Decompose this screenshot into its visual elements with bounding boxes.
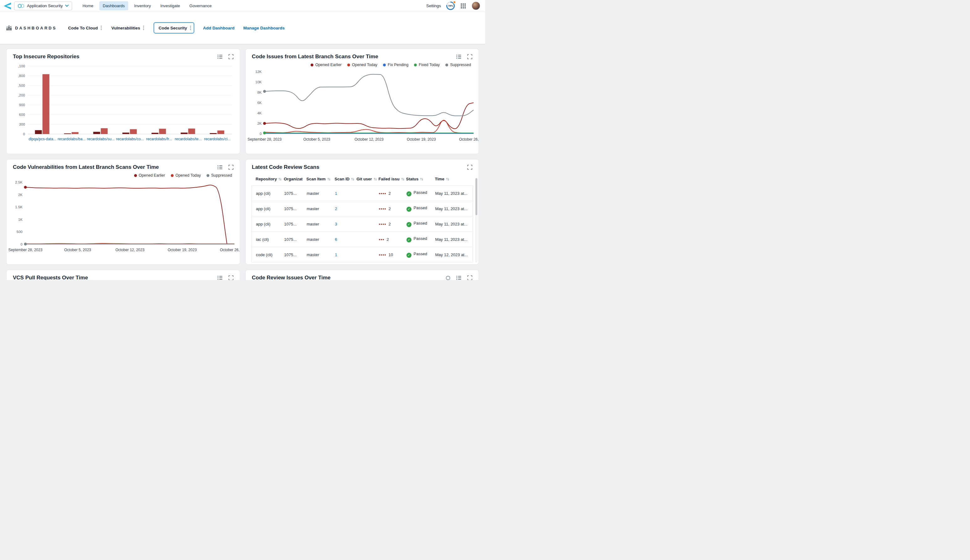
scan-id-link[interactable]: 1 <box>335 191 337 196</box>
legend-item[interactable]: Fixed Today <box>414 63 440 67</box>
expand-icon[interactable] <box>229 54 234 59</box>
expand-icon[interactable] <box>467 54 472 59</box>
bar-category-link[interactable]: recardolabs/ci... <box>204 137 231 141</box>
column-header-git-user[interactable]: Git user <box>357 177 379 181</box>
list-view-icon[interactable] <box>456 54 462 60</box>
expand-icon[interactable] <box>229 275 234 280</box>
bar-category-link[interactable]: recardolabs/su... <box>87 137 115 141</box>
bar-category-link[interactable]: recardolabs/co... <box>116 137 144 141</box>
app-selector-dropdown[interactable]: Application Security <box>14 2 72 10</box>
expand-icon[interactable] <box>467 165 472 170</box>
column-header-repository[interactable]: Repository <box>251 177 284 181</box>
bar[interactable] <box>43 74 50 134</box>
legend-item[interactable]: Opened Today <box>347 63 377 67</box>
series-start-dot <box>263 132 266 134</box>
severity-dot <box>384 193 386 194</box>
severity-dot <box>379 223 380 225</box>
apps-grid-icon[interactable] <box>460 3 466 9</box>
bar[interactable] <box>35 130 42 134</box>
nav-investigate[interactable]: Investigate <box>157 1 184 10</box>
bar[interactable] <box>189 128 195 134</box>
manage-dashboards-link[interactable]: Manage Dashboards <box>243 26 285 30</box>
cell-scan-item: master <box>307 207 335 211</box>
dashboards-icon <box>6 25 12 31</box>
tab-label: Code Security <box>159 26 187 30</box>
bar[interactable] <box>130 129 137 134</box>
usage-badge[interactable]: 78% <box>446 2 455 10</box>
list-view-icon[interactable] <box>456 275 462 280</box>
bar[interactable] <box>93 132 100 134</box>
column-header-scan-id[interactable]: Scan ID <box>335 177 357 181</box>
bar[interactable] <box>210 133 217 134</box>
sort-icon[interactable] <box>446 177 449 181</box>
nav-inventory[interactable]: Inventory <box>131 1 154 10</box>
y-tick-label: 10K <box>255 80 262 84</box>
expand-icon[interactable] <box>467 275 472 280</box>
bar[interactable] <box>64 133 71 134</box>
list-view-icon[interactable] <box>217 54 223 60</box>
legend-item[interactable]: Opened Earlier <box>311 63 342 67</box>
column-header-failed-issues[interactable]: Failed issu <box>379 177 406 181</box>
app-security-icon <box>18 3 25 8</box>
severity-dot <box>383 254 384 255</box>
expand-icon[interactable] <box>229 165 234 170</box>
bar-category-link[interactable]: dlpqa/pcs-data... <box>28 137 57 141</box>
list-view-icon[interactable] <box>217 165 223 170</box>
x-tick-label: October 12, 2023 <box>354 137 384 142</box>
scan-id-link[interactable]: 3 <box>335 222 337 227</box>
cell-repository: app (cli) <box>252 222 284 227</box>
sort-icon[interactable] <box>374 177 377 181</box>
tab-vulnerabilities[interactable]: Vulnerabilities <box>111 25 144 30</box>
status-label: Passed <box>414 205 427 210</box>
bar-category-link[interactable]: recardolabs/fr... <box>146 137 172 141</box>
dashboards-label: DASHBOARDS <box>15 26 57 30</box>
tab-code-security[interactable]: Code Security <box>154 22 194 33</box>
legend-item[interactable]: Suppressed <box>445 63 471 67</box>
nav-home[interactable]: Home <box>79 1 97 10</box>
column-header-status[interactable]: Status <box>406 177 435 181</box>
nav-dashboards[interactable]: Dashboards <box>99 1 128 10</box>
bar-category-link[interactable]: recardolabs/ba... <box>58 137 85 141</box>
column-label: Repository <box>256 177 277 181</box>
column-header-time[interactable]: Time <box>435 177 471 181</box>
scan-id-link[interactable]: 2 <box>335 207 337 211</box>
line-chart: 05001K1.5K2K2.5KSeptember 28, 2023Octobe… <box>7 178 240 257</box>
sort-icon[interactable] <box>420 177 423 181</box>
list-view-icon[interactable] <box>217 275 223 280</box>
sort-icon[interactable] <box>327 177 331 181</box>
prisma-logo-icon[interactable] <box>3 2 12 10</box>
legend-item[interactable]: Opened Today <box>171 173 201 178</box>
column-header-scan-item[interactable]: Scan Item <box>307 177 335 181</box>
table-scrollbar[interactable] <box>475 178 477 262</box>
legend-item[interactable]: Opened Earlier <box>134 173 165 178</box>
bar[interactable] <box>217 131 224 134</box>
nav-governance[interactable]: Governance <box>186 1 215 10</box>
bar[interactable] <box>101 128 108 134</box>
column-label: Git user <box>357 177 372 181</box>
scrollbar-thumb[interactable] <box>476 178 477 215</box>
legend-item[interactable]: Suppressed <box>207 173 232 178</box>
legend-item[interactable]: Fix Pending <box>383 63 408 67</box>
kebab-menu-icon[interactable] <box>143 25 144 30</box>
sort-icon[interactable] <box>278 177 282 181</box>
bar[interactable] <box>181 132 188 134</box>
bar[interactable] <box>152 133 159 134</box>
bar-category-link[interactable]: recardolabs/te... <box>175 137 202 141</box>
scan-id-link[interactable]: 6 <box>335 237 337 242</box>
add-dashboard-link[interactable]: Add Dashboard <box>203 26 235 30</box>
application-security-app: Application Security Home Dashboards Inv… <box>0 0 485 280</box>
bar[interactable] <box>159 129 166 134</box>
settings-link[interactable]: Settings <box>426 3 441 8</box>
user-avatar[interactable] <box>472 2 480 10</box>
kebab-menu-icon[interactable] <box>100 25 102 30</box>
bar[interactable] <box>122 132 129 134</box>
sort-icon[interactable] <box>401 177 405 181</box>
kebab-menu-icon[interactable] <box>190 25 191 30</box>
scan-id-link[interactable]: 1 <box>335 252 337 257</box>
column-header-organization[interactable]: Organizat <box>284 177 307 181</box>
column-label: Time <box>435 177 444 181</box>
severity-dot <box>383 223 384 225</box>
sort-icon[interactable] <box>351 177 354 181</box>
tab-code-to-cloud[interactable]: Code To Cloud <box>68 25 102 30</box>
bar[interactable] <box>72 132 78 134</box>
